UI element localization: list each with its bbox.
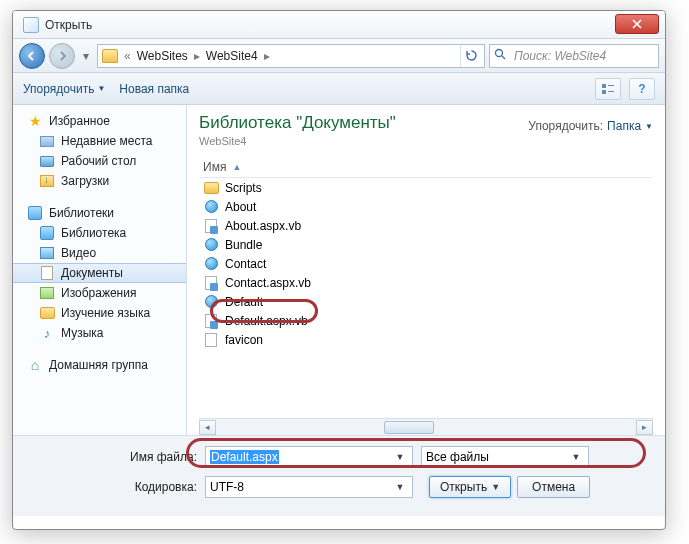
titlebar: Открыть — [13, 11, 665, 39]
view-icon — [601, 83, 615, 95]
svg-rect-2 — [608, 85, 614, 86]
history-dropdown[interactable]: ▾ — [79, 47, 93, 65]
tree-item-lang[interactable]: Изучение языка — [13, 303, 186, 323]
file-name: Default.aspx.vb — [225, 314, 308, 328]
scroll-right-button[interactable]: ▸ — [636, 420, 653, 435]
library-title: Библиотека "Документы" — [199, 113, 396, 133]
file-name: Bundle — [225, 238, 262, 252]
forward-button[interactable] — [49, 43, 75, 69]
encoding-label: Кодировка: — [27, 480, 197, 494]
close-button[interactable] — [615, 14, 659, 34]
breadcrumb-sep: « — [124, 49, 131, 63]
file-row[interactable]: About — [199, 197, 653, 216]
toolbar: Упорядочить▼ Новая папка ? — [13, 73, 665, 105]
filetype-select[interactable]: Все файлы ▼ — [421, 446, 589, 468]
file-row[interactable]: Bundle — [199, 235, 653, 254]
scroll-thumb[interactable] — [384, 421, 434, 434]
cancel-button[interactable]: Отмена — [517, 476, 590, 498]
view-button[interactable] — [595, 78, 621, 100]
web-icon — [205, 200, 218, 213]
close-icon — [632, 19, 642, 29]
tree-item-desktop[interactable]: Рабочий стол — [13, 151, 186, 171]
encoding-select[interactable]: UTF-8 ▼ — [205, 476, 413, 498]
vb-icon — [205, 276, 217, 290]
vb-icon — [205, 219, 217, 233]
desktop-icon — [40, 156, 54, 167]
filename-input[interactable]: Default.aspx ▼ — [205, 446, 413, 468]
tree-item-downloads[interactable]: Загрузки — [13, 171, 186, 191]
video-icon — [40, 247, 54, 259]
organize-button[interactable]: Упорядочить▼ — [23, 82, 105, 96]
svg-rect-4 — [608, 91, 614, 92]
tree-homegroup[interactable]: ⌂Домашняя группа — [13, 355, 186, 375]
column-header-name[interactable]: Имя ▲ — [199, 157, 653, 178]
refresh-button[interactable] — [460, 45, 482, 67]
refresh-icon — [465, 49, 478, 62]
arrow-left-icon — [27, 51, 37, 61]
help-button[interactable]: ? — [629, 78, 655, 100]
web-icon — [205, 257, 218, 270]
homegroup-icon: ⌂ — [27, 357, 43, 373]
svg-rect-1 — [602, 84, 606, 88]
arrow-right-icon — [57, 51, 67, 61]
file-row[interactable]: Default — [199, 292, 653, 311]
tree-item-library[interactable]: Библиотека — [13, 223, 186, 243]
file-row[interactable]: favicon — [199, 330, 653, 349]
search-placeholder: Поиск: WebSite4 — [514, 49, 606, 63]
tree-favorites[interactable]: ★Избранное — [13, 111, 186, 131]
document-icon — [41, 266, 53, 280]
music-icon: ♪ — [39, 325, 55, 341]
file-row[interactable]: About.aspx.vb — [199, 216, 653, 235]
new-folder-button[interactable]: Новая папка — [119, 82, 189, 96]
tree-libraries[interactable]: Библиотеки — [13, 203, 186, 223]
back-button[interactable] — [19, 43, 45, 69]
vb-icon — [205, 314, 217, 328]
horizontal-scrollbar[interactable]: ◂ ▸ — [199, 418, 653, 435]
search-input[interactable]: Поиск: WebSite4 — [489, 44, 659, 68]
file-name: favicon — [225, 333, 263, 347]
download-icon — [40, 175, 54, 187]
search-icon — [494, 48, 510, 64]
tree-item-video[interactable]: Видео — [13, 243, 186, 263]
library-subtitle: WebSite4 — [199, 135, 396, 147]
svg-rect-3 — [602, 90, 606, 94]
web-icon — [205, 295, 218, 308]
chevron-down-icon[interactable]: ▼ — [568, 452, 584, 462]
image-icon — [40, 287, 54, 299]
file-row[interactable]: Scripts — [199, 178, 653, 197]
file-name: Default — [225, 295, 263, 309]
folder-icon — [40, 307, 55, 319]
folder-icon — [204, 182, 219, 194]
chevron-right-icon: ▸ — [264, 49, 270, 63]
file-name: About.aspx.vb — [225, 219, 301, 233]
arrange-by[interactable]: Упорядочить: Папка ▼ — [528, 119, 653, 133]
breadcrumb[interactable]: WebSite4 — [206, 49, 258, 63]
file-row[interactable]: Default.aspx.vb — [199, 311, 653, 330]
tree-item-documents[interactable]: Документы — [13, 263, 186, 283]
library-icon — [40, 226, 54, 240]
svg-point-0 — [496, 49, 503, 56]
tree-item-images[interactable]: Изображения — [13, 283, 186, 303]
chevron-down-icon: ▼ — [491, 482, 500, 492]
address-bar[interactable]: « WebSites ▸ WebSite4 ▸ — [97, 44, 485, 68]
open-button[interactable]: Открыть▼ — [429, 476, 511, 498]
scroll-track[interactable] — [216, 420, 636, 435]
window-title: Открыть — [45, 18, 92, 32]
chevron-down-icon[interactable]: ▼ — [392, 452, 408, 462]
nav-tree: ★Избранное Недавние места Рабочий стол З… — [13, 105, 187, 435]
file-name: Scripts — [225, 181, 262, 195]
chevron-right-icon: ▸ — [194, 49, 200, 63]
chevron-down-icon[interactable]: ▼ — [392, 482, 408, 492]
file-name: About — [225, 200, 256, 214]
file-row[interactable]: Contact.aspx.vb — [199, 273, 653, 292]
help-icon: ? — [638, 82, 645, 96]
tree-item-recent[interactable]: Недавние места — [13, 131, 186, 151]
folder-icon — [102, 49, 118, 63]
sort-indicator-icon: ▲ — [232, 162, 241, 172]
app-icon — [23, 17, 39, 33]
file-name: Contact.aspx.vb — [225, 276, 311, 290]
scroll-left-button[interactable]: ◂ — [199, 420, 216, 435]
breadcrumb[interactable]: WebSites — [137, 49, 188, 63]
file-row[interactable]: Contact — [199, 254, 653, 273]
tree-item-music[interactable]: ♪Музыка — [13, 323, 186, 343]
